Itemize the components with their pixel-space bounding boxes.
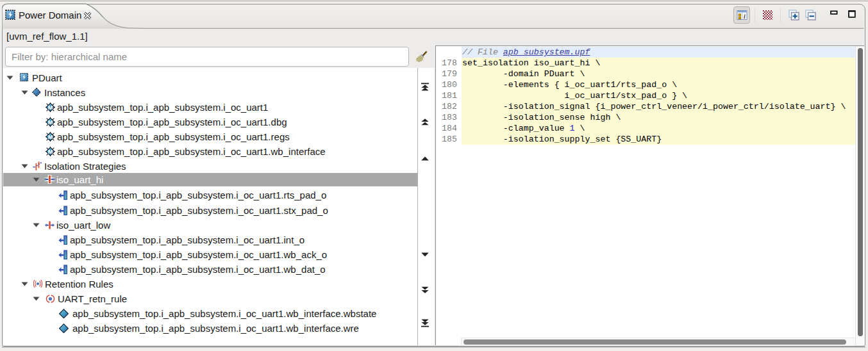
svg-text:i: i (744, 13, 746, 20)
